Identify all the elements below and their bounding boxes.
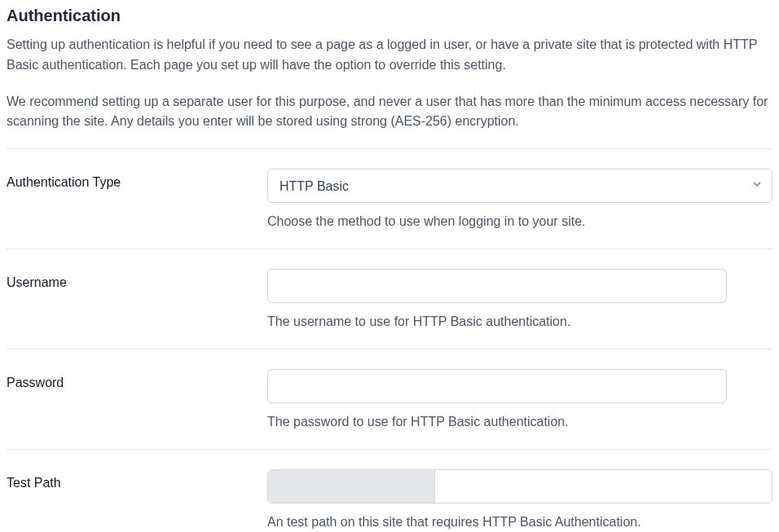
test-path-input-group xyxy=(267,469,772,503)
page-title: Authentication xyxy=(7,7,772,25)
test-path-row: Test Path An test path on this site that… xyxy=(7,450,772,532)
username-help: The username to use for HTTP Basic authe… xyxy=(267,314,772,329)
description-paragraph-1: Setting up authentication is helpful if … xyxy=(7,35,772,76)
test-path-label: Test Path xyxy=(7,469,267,490)
test-path-input[interactable] xyxy=(435,470,772,503)
description-paragraph-2: We recommend setting up a separate user … xyxy=(7,92,772,133)
password-label: Password xyxy=(7,369,267,390)
page-description: Setting up authentication is helpful if … xyxy=(7,35,772,132)
auth-type-select[interactable]: HTTP Basic xyxy=(267,169,772,203)
auth-type-row: Authentication Type HTTP Basic Choose th… xyxy=(7,149,772,249)
test-path-prefix xyxy=(268,470,435,503)
username-input[interactable] xyxy=(267,269,727,303)
username-label: Username xyxy=(7,269,267,290)
password-input[interactable] xyxy=(267,369,727,403)
auth-type-help: Choose the method to use when logging in… xyxy=(267,214,772,229)
password-help: The password to use for HTTP Basic authe… xyxy=(267,415,772,429)
password-row: Password The password to use for HTTP Ba… xyxy=(7,350,772,450)
username-row: Username The username to use for HTTP Ba… xyxy=(7,249,772,350)
auth-type-label: Authentication Type xyxy=(7,169,267,190)
test-path-help: An test path on this site that requires … xyxy=(267,515,772,530)
